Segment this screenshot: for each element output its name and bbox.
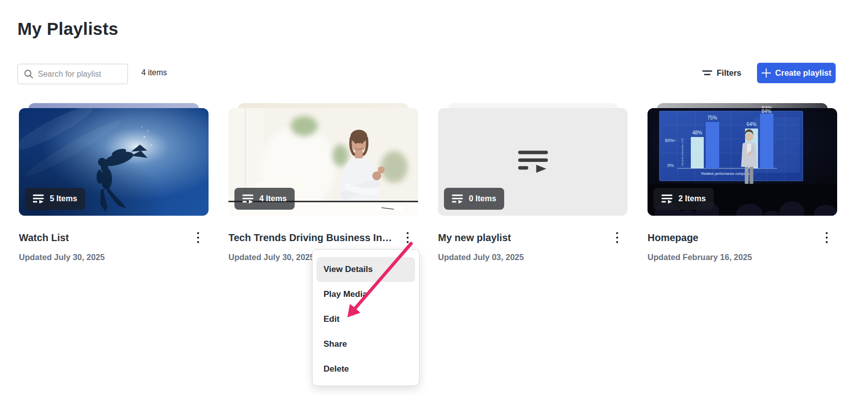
playlist-context-menu: View Details Play Media Edit Share Delet… bbox=[312, 249, 420, 386]
slide-y-axis-title: Neural networks v.01 bbox=[681, 137, 684, 166]
slide-bar-label: 64% bbox=[747, 122, 757, 127]
page-title: My Playlists bbox=[17, 19, 118, 39]
menu-item-play-media[interactable]: Play Media bbox=[313, 282, 419, 307]
item-count-badge: 4 Items bbox=[234, 188, 295, 210]
my-playlists-page: { "page": { "title": "My Playlists", "it… bbox=[0, 0, 868, 404]
menu-item-edit[interactable]: Edit bbox=[313, 307, 419, 332]
create-playlist-label: Create playlist bbox=[775, 68, 832, 78]
playlist-thumbnail-empty[interactable]: 0 Items bbox=[438, 108, 628, 216]
kebab-menu-button[interactable] bbox=[611, 230, 624, 245]
item-count-badge: 5 Items bbox=[25, 188, 85, 210]
playlist-updated-date: Updated July 30, 2025 bbox=[19, 253, 105, 262]
playlist-title[interactable]: Watch List bbox=[19, 232, 69, 244]
playlist-title[interactable]: My new playlist bbox=[438, 232, 511, 244]
menu-item-view-details[interactable]: View Details bbox=[317, 257, 415, 282]
playlist-title[interactable]: Homepage bbox=[648, 232, 698, 244]
kebab-menu-button[interactable] bbox=[820, 230, 833, 245]
playlist-thumbnail-presenter-woman[interactable]: 4 Items bbox=[228, 108, 418, 216]
filters-label: Filters bbox=[717, 68, 742, 78]
playlist-updated-date: Updated July 30, 2025 bbox=[228, 253, 314, 262]
playlist-icon bbox=[452, 194, 464, 204]
item-count-label: 4 Items bbox=[259, 194, 287, 203]
search-box[interactable] bbox=[17, 64, 128, 84]
playlist-thumbnail-stage[interactable]: 50% 0% Neural networks v.01 48% 75% 64% … bbox=[648, 108, 837, 216]
menu-item-delete[interactable]: Delete bbox=[313, 357, 419, 382]
item-count-label: 2 Items bbox=[678, 194, 706, 203]
create-playlist-button[interactable]: Create playlist bbox=[757, 63, 836, 83]
search-input[interactable] bbox=[38, 70, 122, 79]
slide-axis-top-label: 50% bbox=[665, 138, 674, 143]
playlist-title[interactable]: Tech Trends Driving Business Inno... bbox=[228, 232, 393, 244]
plus-icon bbox=[761, 68, 771, 78]
kebab-menu-button[interactable] bbox=[192, 230, 205, 245]
kebab-menu-button-open[interactable] bbox=[401, 230, 414, 245]
items-count: 4 items bbox=[141, 68, 167, 77]
search-icon bbox=[24, 69, 33, 79]
item-count-badge: 2 Items bbox=[653, 188, 714, 210]
playlist-updated-date: Updated July 03, 2025 bbox=[438, 253, 524, 262]
slide-axis-bottom-label: 0% bbox=[667, 163, 674, 168]
item-count-label: 0 Items bbox=[469, 194, 496, 203]
item-count-label: 5 Items bbox=[50, 194, 77, 203]
slide-bar-label: 75% bbox=[707, 115, 717, 121]
playlist-placeholder-icon bbox=[517, 149, 549, 175]
item-count-badge: 0 Items bbox=[444, 188, 504, 210]
menu-item-share[interactable]: Share bbox=[313, 332, 419, 357]
playlist-icon bbox=[661, 194, 673, 204]
filter-icon bbox=[702, 69, 712, 77]
slide-bar-label: 48% bbox=[692, 130, 702, 135]
filters-button[interactable]: Filters bbox=[702, 65, 742, 81]
playlist-icon bbox=[33, 194, 45, 204]
playlist-icon bbox=[242, 194, 254, 204]
slide-bar-label: 84% bbox=[761, 109, 771, 114]
playlist-updated-date: Updated February 16, 2025 bbox=[648, 253, 752, 262]
playlist-thumbnail-divers[interactable]: 5 Items bbox=[19, 108, 209, 216]
